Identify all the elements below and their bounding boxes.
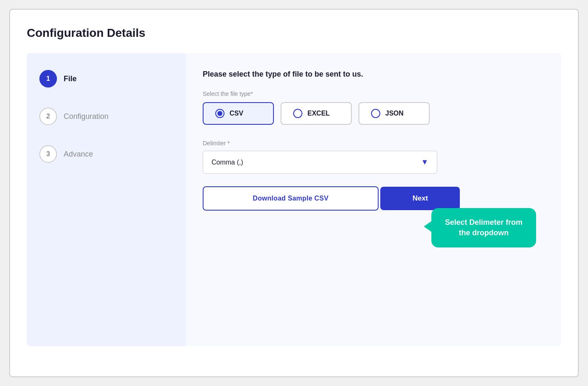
delimiter-value: Comma (,) bbox=[211, 159, 243, 166]
step-1[interactable]: 1 File bbox=[39, 70, 173, 87]
step-1-circle: 1 bbox=[39, 70, 57, 87]
radio-json[interactable]: JSON bbox=[358, 102, 430, 125]
step-3-number: 3 bbox=[46, 150, 50, 158]
file-type-label: Select the file type* bbox=[203, 90, 544, 97]
radio-json-label: JSON bbox=[385, 110, 404, 117]
radio-excel-circle bbox=[293, 109, 302, 118]
tooltip-bubble: Select Delimeter from the dropdown bbox=[431, 208, 536, 247]
chevron-down-icon: ▼ bbox=[421, 158, 428, 167]
right-panel: Please select the type of file to be sen… bbox=[186, 53, 561, 346]
radio-csv-label: CSV bbox=[230, 110, 243, 117]
step-2-label: Configuration bbox=[64, 112, 108, 121]
radio-excel[interactable]: EXCEL bbox=[281, 102, 352, 125]
delimiter-dropdown[interactable]: Comma (,) ▼ bbox=[203, 151, 437, 174]
main-content: 1 File 2 Configuration 3 Advance Pleas bbox=[27, 53, 561, 346]
file-type-radio-group: CSV EXCEL JSON bbox=[203, 102, 544, 125]
step-2-circle: 2 bbox=[39, 108, 57, 125]
section-question: Please select the type of file to be sen… bbox=[203, 70, 544, 79]
download-sample-csv-button[interactable]: Download Sample CSV bbox=[203, 186, 379, 211]
page-container: Configuration Details 1 File 2 Configura… bbox=[9, 9, 579, 377]
page-title: Configuration Details bbox=[27, 26, 561, 40]
radio-csv-circle bbox=[215, 109, 224, 118]
sidebar: 1 File 2 Configuration 3 Advance bbox=[27, 53, 186, 346]
step-2-number: 2 bbox=[46, 113, 50, 120]
step-3-circle: 3 bbox=[39, 145, 57, 163]
delimiter-section: Delimiter * Comma (,) ▼ bbox=[203, 140, 544, 174]
step-1-label: File bbox=[64, 75, 77, 83]
radio-csv[interactable]: CSV bbox=[203, 102, 274, 125]
next-button[interactable]: Next bbox=[380, 187, 460, 210]
step-3-label: Advance bbox=[64, 150, 93, 159]
step-2[interactable]: 2 Configuration bbox=[39, 108, 173, 125]
radio-json-circle bbox=[371, 109, 380, 118]
delimiter-label: Delimiter * bbox=[203, 140, 544, 147]
step-1-number: 1 bbox=[46, 75, 50, 82]
radio-excel-label: EXCEL bbox=[307, 110, 330, 117]
step-3[interactable]: 3 Advance bbox=[39, 145, 173, 163]
